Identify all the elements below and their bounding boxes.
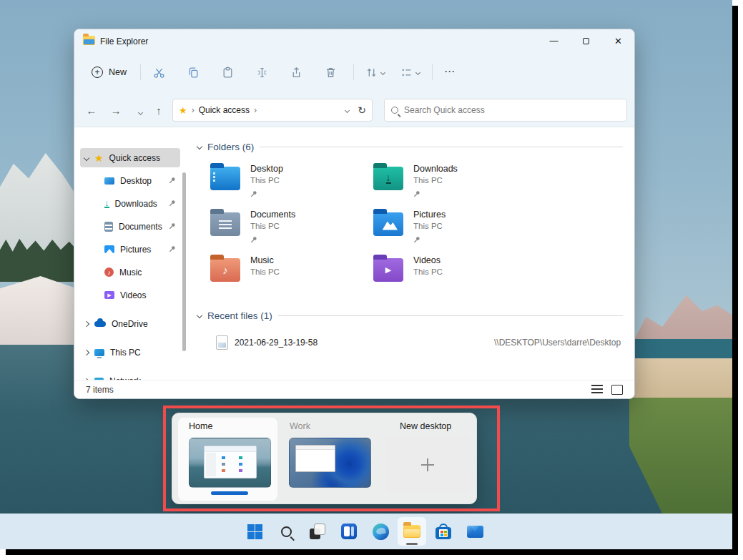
toolbar-separator: [432, 64, 433, 80]
chevron-down-icon[interactable]: [84, 154, 89, 160]
items-count: 7 items: [86, 385, 114, 395]
paste-button[interactable]: [216, 61, 239, 84]
store-button[interactable]: [429, 517, 458, 546]
trash-icon: [325, 67, 337, 79]
sidebar-item-label: Documents: [119, 222, 162, 232]
title-bar[interactable]: File Explorer — ✕: [74, 29, 634, 54]
chevron-right-icon[interactable]: [84, 349, 89, 355]
scrollbar-thumb[interactable]: [182, 172, 186, 351]
star-icon: ★: [94, 153, 104, 163]
cut-button[interactable]: [147, 61, 170, 84]
recent-locations-button[interactable]: [130, 101, 150, 121]
refresh-button[interactable]: ↻: [358, 104, 366, 116]
pin-icon: [169, 245, 176, 255]
close-icon: ✕: [614, 36, 622, 46]
sidebar-item-label: This PC: [110, 348, 141, 358]
search-box[interactable]: [384, 99, 627, 122]
view-menu-button[interactable]: [393, 61, 426, 84]
download-arrow-icon: ↓: [104, 199, 109, 208]
address-dropdown-chevron-icon[interactable]: [345, 107, 350, 112]
breadcrumb-separator: ›: [254, 105, 257, 115]
forward-icon: →: [111, 104, 122, 117]
copy-button[interactable]: [182, 61, 205, 84]
forward-button[interactable]: →: [106, 101, 126, 121]
folder-tile-desktop[interactable]: Desktop This PC: [210, 161, 364, 202]
edge-button[interactable]: [366, 517, 395, 546]
breadcrumb-location[interactable]: Quick access: [199, 105, 250, 115]
search-input[interactable]: [404, 105, 620, 115]
large-icons-view-button[interactable]: [611, 385, 623, 395]
collapse-chevron-icon[interactable]: [197, 313, 202, 318]
widgets-button[interactable]: [335, 517, 363, 546]
details-view-button[interactable]: [591, 385, 603, 395]
downloads-folder-icon: ↓: [373, 167, 403, 190]
sidebar-item-this-pc[interactable]: This PC: [80, 343, 180, 362]
file-explorer-window: File Explorer — ✕ + New: [74, 29, 635, 399]
pin-icon: [413, 187, 420, 200]
minimize-icon: —: [550, 36, 559, 46]
share-button[interactable]: [285, 61, 307, 84]
sidebar-item-label: Pictures: [120, 245, 151, 255]
start-button[interactable]: [240, 517, 269, 546]
sidebar-item-music[interactable]: ♪ Music: [80, 262, 180, 282]
picture-icon: [104, 245, 114, 253]
plus-circle-icon: +: [92, 67, 103, 78]
recent-file-row[interactable]: 2021-06-29_13-19-58 \\DESKTOP\Users\darr…: [197, 333, 623, 354]
folder-tile-documents[interactable]: Documents This PC: [210, 207, 364, 248]
sort-menu-button[interactable]: [359, 61, 390, 84]
close-button[interactable]: ✕: [602, 29, 634, 53]
folder-tile-pictures[interactable]: Pictures This PC: [373, 207, 527, 248]
maximize-button[interactable]: [570, 29, 602, 53]
task-view-icon: [310, 524, 325, 539]
documents-folder-icon: [210, 212, 240, 236]
edge-icon: [373, 524, 389, 540]
sidebar-item-label: Quick access: [109, 153, 160, 163]
new-button[interactable]: + New: [86, 61, 135, 84]
see-more-button[interactable]: ⋯: [439, 61, 461, 84]
folder-tile-music[interactable]: ♪ Music This PC: [210, 252, 364, 294]
sidebar-scrollbar[interactable]: [182, 151, 187, 387]
section-divider: [260, 147, 623, 147]
video-icon: ▶: [104, 291, 114, 299]
file-explorer-button[interactable]: [398, 517, 426, 546]
recent-files-section-header[interactable]: Recent files (1): [197, 308, 623, 323]
sidebar-item-documents[interactable]: Documents: [80, 217, 180, 236]
wallpaper-sea-strip: [632, 339, 732, 360]
chrome-divider: [74, 127, 634, 127]
folder-tile-downloads[interactable]: ↓ Downloads This PC: [373, 161, 527, 202]
sidebar-item-pictures[interactable]: Pictures: [80, 240, 180, 259]
music-icon: ♪: [104, 267, 114, 277]
microsoft-store-icon: [436, 524, 451, 539]
up-button[interactable]: ↑: [149, 101, 169, 121]
sidebar-item-onedrive[interactable]: OneDrive: [80, 314, 180, 333]
sidebar-item-downloads[interactable]: ↓ Downloads: [80, 194, 180, 213]
copy-icon: [187, 67, 200, 79]
task-view-button[interactable]: [303, 517, 332, 546]
sidebar-item-label: OneDrive: [112, 319, 148, 329]
widgets-icon: [341, 524, 357, 539]
sidebar-item-label: Music: [119, 267, 142, 277]
sidebar-item-videos[interactable]: ▶ Videos: [80, 285, 180, 305]
sidebar-item-quick-access[interactable]: ★ Quick access: [80, 148, 180, 167]
search-icon: [391, 107, 398, 114]
file-explorer-icon: [403, 525, 420, 538]
address-bar[interactable]: ★ › Quick access › ↻: [172, 99, 373, 122]
pin-icon: [250, 187, 257, 200]
minimize-button[interactable]: —: [538, 29, 570, 53]
sidebar-item-desktop[interactable]: Desktop: [80, 171, 180, 190]
collapse-chevron-icon[interactable]: [197, 144, 202, 149]
folders-section-header[interactable]: Folders (6): [197, 139, 623, 154]
rename-button[interactable]: [250, 61, 273, 84]
folder-tile-videos[interactable]: ▶ Videos This PC: [373, 252, 527, 294]
sort-icon: [365, 67, 378, 79]
mail-button[interactable]: [461, 517, 489, 546]
up-icon: ↑: [156, 104, 162, 117]
breadcrumb-separator: ›: [192, 105, 195, 115]
videos-folder-icon: ▶: [373, 258, 403, 282]
pin-icon: [169, 222, 176, 232]
back-button[interactable]: ←: [82, 101, 102, 121]
active-app-indicator: [406, 543, 418, 545]
chevron-right-icon[interactable]: [84, 320, 89, 326]
search-button[interactable]: [272, 517, 300, 546]
delete-button[interactable]: [319, 61, 342, 84]
